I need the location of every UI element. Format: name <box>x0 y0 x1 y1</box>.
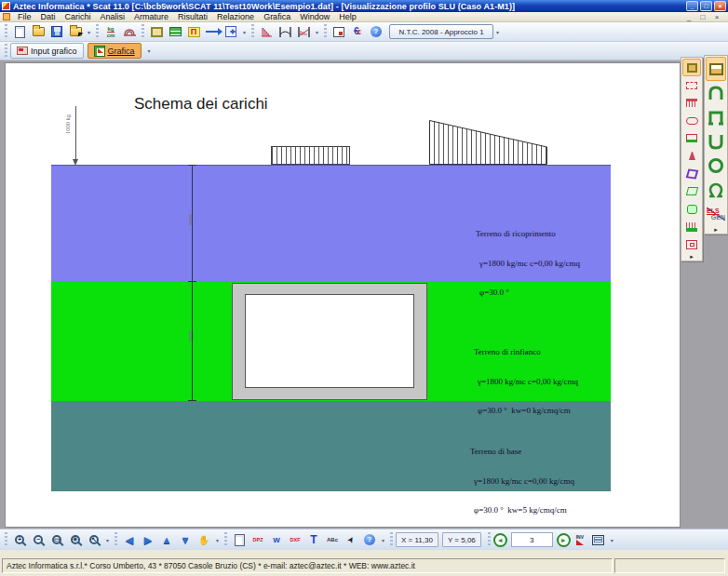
toolbar-overflow-icon[interactable]: ▾ <box>216 537 219 543</box>
pointer-tool-button[interactable]: ➤ <box>342 531 360 549</box>
toolbar-grip[interactable] <box>5 44 7 59</box>
shape-dashed-button[interactable] <box>682 76 701 94</box>
text-tool-button[interactable]: T <box>304 531 323 549</box>
toolbar-grip[interactable] <box>5 532 7 547</box>
toolbar-overflow-icon[interactable]: ▾ <box>611 537 613 543</box>
toolbar-grip[interactable] <box>115 532 117 547</box>
menu-grafica[interactable]: Grafica <box>259 12 295 21</box>
zoom-in-button[interactable]: + <box>10 531 29 549</box>
save-file-button[interactable] <box>47 23 66 41</box>
menu-analisi[interactable]: Analisi <box>96 12 130 21</box>
report-button[interactable] <box>330 23 348 41</box>
zoom-extents-button[interactable]: ✳ <box>66 531 85 549</box>
section-box-culvert-button[interactable] <box>706 57 726 81</box>
menu-armature[interactable]: Armature <box>129 12 173 21</box>
new-file-button[interactable] <box>10 23 29 41</box>
toolbar-overflow-icon[interactable]: ▾ <box>243 29 246 35</box>
menu-file[interactable]: File <box>13 12 36 21</box>
section-horseshoe-button[interactable] <box>706 178 726 202</box>
shape-nested-button[interactable] <box>682 235 701 253</box>
zoom-window-button[interactable]: ▭ <box>47 531 66 549</box>
section-circular-button[interactable] <box>706 154 726 178</box>
pan-up-button[interactable]: ▲ <box>157 531 176 549</box>
print-preview-button[interactable] <box>230 531 249 549</box>
toolbar-expand-arrow[interactable]: ▸ <box>690 253 694 260</box>
menu-dati[interactable]: Dati <box>36 12 61 21</box>
toolbar-overflow-icon[interactable]: ▾ <box>148 47 151 54</box>
pan-hand-button[interactable]: ✋ <box>195 531 213 549</box>
pan-left-button[interactable]: ◀ <box>120 531 139 549</box>
shape-rounded-button[interactable] <box>682 200 701 218</box>
mdi-minimize-button[interactable]: _ <box>683 13 694 21</box>
pan-down-button[interactable]: ▼ <box>176 531 195 549</box>
section-channel-button[interactable] <box>706 129 726 154</box>
section-portal-button[interactable] <box>706 105 726 129</box>
maximize-button[interactable]: □ <box>700 1 712 11</box>
toolbar-overflow-icon[interactable]: ▾ <box>496 29 499 35</box>
menu-help[interactable]: Help <box>334 12 361 21</box>
toolbar-grip[interactable] <box>488 532 491 547</box>
phase-forward-button[interactable]: ► <box>557 533 571 547</box>
mdi-restore-button[interactable]: □ <box>697 13 708 21</box>
norms-button[interactable] <box>120 23 139 41</box>
close-button[interactable]: × <box>714 1 726 11</box>
menu-risultati[interactable]: Risultati <box>173 12 212 21</box>
export-wmf-button[interactable]: W <box>267 531 286 549</box>
moment-diagram-button[interactable] <box>276 23 294 41</box>
units-button[interactable]: kgcm <box>101 23 120 41</box>
toolbar-overflow-icon[interactable]: ▾ <box>106 537 109 543</box>
zoom-previous-button[interactable]: ↖ <box>85 531 103 549</box>
shape-trapezoid-button[interactable] <box>682 147 701 165</box>
pier-button[interactable]: Π <box>184 23 203 41</box>
toolbar-grip[interactable] <box>251 24 254 39</box>
toolbar-grip[interactable] <box>5 24 7 39</box>
import-file-button[interactable] <box>66 23 85 41</box>
els-gen-button[interactable]: ELS GEN <box>706 202 726 226</box>
shape-comb-button[interactable] <box>682 94 701 112</box>
toolbar-overflow-icon[interactable]: ▾ <box>88 29 90 35</box>
toolbar-overflow-icon[interactable]: ▾ <box>382 537 384 543</box>
toolbar-overflow-icon[interactable]: ▾ <box>316 29 318 35</box>
open-file-button[interactable] <box>29 23 47 41</box>
shape-skew-button[interactable] <box>682 182 701 200</box>
export-dxf-button[interactable]: DXF <box>286 531 304 549</box>
grafica-button[interactable]: Grafica <box>88 43 142 59</box>
minimize-button[interactable]: _ <box>686 1 698 11</box>
export-dpz-button[interactable]: DPZ <box>249 531 267 549</box>
help-button[interactable]: ? <box>367 23 385 41</box>
inviluppo-button[interactable]: INV <box>571 531 589 549</box>
mdi-close-button[interactable]: × <box>711 13 722 21</box>
materials-button[interactable] <box>166 23 184 41</box>
toolbar-grip[interactable] <box>390 532 393 547</box>
toolbar-grip[interactable] <box>96 24 99 39</box>
menu-window[interactable]: Window <box>295 12 334 21</box>
mdi-child-icon[interactable] <box>3 13 10 20</box>
phase-back-button[interactable]: ◄ <box>493 533 507 547</box>
shape-polygon-button[interactable] <box>682 165 701 182</box>
ntc-approach-select[interactable]: N.T.C. 2008 - Approccio 1 <box>389 24 493 39</box>
analysis-button[interactable] <box>257 23 276 41</box>
menu-relazione[interactable]: Relazione <box>212 12 259 21</box>
drawing-canvas[interactable]: Schema dei carichi 1000 kg <box>5 62 681 528</box>
toolbar-expand-arrow[interactable]: ▸ <box>714 226 718 233</box>
help2-button[interactable]: ? <box>360 531 379 549</box>
computo-button[interactable]: €€ <box>348 23 367 41</box>
pan-right-button[interactable]: ▶ <box>139 531 157 549</box>
toolbar-grip[interactable] <box>324 24 327 39</box>
shape-layers-button[interactable] <box>682 218 701 235</box>
zoom-out-button[interactable]: − <box>29 531 47 549</box>
axis-button[interactable] <box>203 23 222 41</box>
geometry-button[interactable] <box>147 23 166 41</box>
section-arch-button[interactable] <box>706 81 726 105</box>
frame-loads-button[interactable] <box>222 23 240 41</box>
menu-carichi[interactable]: Carichi <box>61 12 96 21</box>
toolbar-grip[interactable] <box>224 532 227 547</box>
input-grafico-button[interactable]: Input grafico <box>10 43 84 59</box>
font-button[interactable]: ABc <box>323 531 342 549</box>
shear-diagram-button[interactable] <box>294 23 313 41</box>
shape-frame-button[interactable] <box>682 129 701 147</box>
phase-number-field[interactable]: 3 <box>511 532 553 547</box>
split-view-button[interactable] <box>589 531 608 549</box>
toolbar-grip[interactable] <box>142 24 144 39</box>
shape-box-button[interactable] <box>682 59 701 76</box>
